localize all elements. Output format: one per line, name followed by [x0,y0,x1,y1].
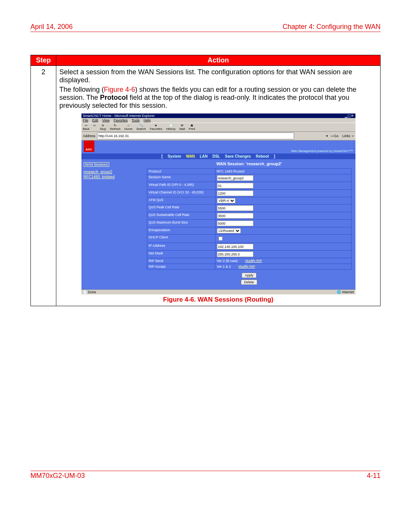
header-date: April 14, 2006 [30,23,73,31]
ie-menu-view[interactable]: View [102,118,110,122]
cfg-select-8[interactable]: LlcRouted [217,228,241,233]
sidebar-link-research[interactable]: research_group2 [84,170,141,174]
cfg-value-8: LlcRouted [215,227,351,235]
cfg-label-6: QoS Sustainable Cell Rate [147,212,215,220]
cfg-value-2 [215,182,351,190]
footer-right: 4-11 [367,472,381,480]
cfg-value-10 [215,243,351,251]
tb-stop[interactable]: ⊘Stop [100,124,106,131]
tb-favorites[interactable]: ★Favorites [150,124,162,131]
cfg-value-0: RFC 1483 Routed [215,169,351,174]
nav-reboot[interactable]: Reboot [256,154,269,158]
tb-refresh[interactable]: ↻Refresh [110,124,121,131]
cfg-label-2: Virtual Path ID (VPI 0 - 4,095) [147,182,215,190]
cfg-value-1 [215,174,351,182]
footer-left: MM70xG2-UM-03 [30,472,85,480]
config-table: ProtocolRFC 1483 RoutedSession NameVirtu… [147,168,352,270]
ie-statusbar: 📄 Done 🌐 Internet [81,289,355,294]
cfg-input-1[interactable] [217,175,253,181]
cfg-value-5 [215,204,351,212]
tb-search[interactable]: 🔍Search [136,124,146,131]
cfg-input-5[interactable] [217,205,253,211]
addr-input[interactable] [97,133,294,139]
cfg-label-8: Encapsulation [147,227,215,235]
cfg-value-7 [215,220,351,227]
cfg-checkbox-9[interactable] [218,236,223,241]
ie-addressbar: Address ▾ ⇨Go Links» [81,132,355,141]
modify-rip-link-13[interactable]: Modify RIP [239,265,255,268]
cfg-label-10: IP Address [147,243,215,251]
modify-rip-link-12[interactable]: Modify RIP [245,259,262,263]
tb-home[interactable]: ⌂Home [124,124,132,131]
cfg-value-13: Ver 1 & 2Modify RIP [215,264,351,270]
ie-toolbar[interactable]: ⇦Back ⇨ ⊘Stop ↻Refresh ⌂Home 🔍Search ★Fa… [81,123,355,132]
cfg-input-3[interactable] [217,190,253,196]
status-left: 📄 Done [83,290,96,294]
cfg-value-3 [215,190,351,197]
cfg-value-12: Ver 2 (B-cast)Modify RIP [215,258,351,264]
app-navbar: [ System WAN LAN DSL Save Changes Reboot… [81,153,355,159]
action-cell: Select a session from the WAN Sessions l… [56,66,381,306]
cfg-select-4[interactable]: VBR-rt [217,198,236,203]
figure-ref: Figure 4-6 [104,86,135,93]
cfg-input-2[interactable] [217,183,253,189]
cfg-value-6 [215,212,351,220]
cfg-label-11: Net Mask [147,251,215,258]
tb-back[interactable]: ⇦Back [83,124,90,131]
nav-save[interactable]: Save Changes [225,154,251,158]
ie-window-buttons[interactable]: ▁▢✕ [345,114,354,118]
header-chapter: Chapter 4: Configuring the WAN [283,23,381,31]
nav-system[interactable]: System [167,154,181,158]
ie-title-text: SmartCNCT Home - Microsoft Internet Expl… [83,114,155,118]
tb-print[interactable]: 🖶Print [189,124,195,131]
app-header: ADC Web Management powered by SmartCNCT™ [81,141,355,153]
sidebar: WAN Sessions research_group2 RFC1483_bri… [81,159,143,289]
ie-menu-tools[interactable]: Tools [132,118,140,122]
ie-menu-favorites[interactable]: Favorites [113,118,127,122]
cfg-label-7: QoS Maximum Burst Size [147,220,215,227]
nav-lan[interactable]: LAN [200,154,208,158]
cfg-label-5: QoS Peak Cell Rate [147,204,215,212]
tb-mail[interactable]: ✉Mail [179,124,185,131]
nav-dsl[interactable]: DSL [212,154,220,158]
step-number: 2 [31,66,56,306]
ie-menu-help[interactable]: Help [143,118,151,122]
go-button[interactable]: ▾ ⇨Go [326,134,339,138]
links-label[interactable]: Links [342,134,350,138]
cfg-input-10[interactable] [217,244,253,249]
tb-forward[interactable]: ⇨ [93,124,96,131]
cfg-label-0: Protocol [147,169,215,174]
sidebar-link-rfc1483[interactable]: RFC1483_bridged [84,175,141,179]
cfg-input-11[interactable] [217,251,253,257]
cfg-value-9 [215,235,351,243]
apply-button[interactable]: Apply [242,273,256,278]
config-title: WAN Session: 'research_group2' [147,161,352,166]
cfg-label-9: DHCP Client [147,235,215,243]
app-tagline: Web Management powered by SmartCNCT™ [291,149,353,153]
figure-caption: Figure 4-6. WAN Sessions (Routing) [59,296,377,304]
cfg-input-6[interactable] [217,213,253,219]
cfg-input-7[interactable] [217,220,253,226]
nav-wan[interactable]: WAN [186,154,195,158]
sidebar-heading: WAN Sessions [84,162,110,167]
delete-button[interactable]: Delete [241,280,257,285]
screenshot-wan-sessions: SmartCNCT Home - Microsoft Internet Expl… [81,113,355,294]
ie-titlebar: SmartCNCT Home - Microsoft Internet Expl… [81,113,355,118]
action-p1: Select a session from the WAN Sessions l… [59,68,377,84]
col-action: Action [56,55,381,66]
cfg-label-3: Virtual Channel ID (VCI 32 - 65,535) [147,190,215,197]
ie-menubar[interactable]: File Edit View Favorites Tools Help [81,118,355,123]
status-right: 🌐 Internet [337,290,354,294]
ie-menu-file[interactable]: File [83,118,89,122]
cfg-value-11 [215,251,351,258]
step-action-table: Step Action 2 Select a session from the … [30,55,381,306]
ie-menu-edit[interactable]: Edit [92,118,99,122]
adc-logo-icon: ADC [84,141,94,152]
page-header: April 14, 2006 Chapter 4: Configuring th… [30,23,381,32]
cfg-value-4: VBR-rt [215,197,351,204]
col-step: Step [31,55,56,66]
page-footer: MM70xG2-UM-03 4-11 [30,471,381,480]
tb-history[interactable]: 🕘History [166,124,175,131]
cfg-label-1: Session Name [147,174,215,182]
action-p2: The following (Figure 4-6) shows the fie… [59,86,377,110]
